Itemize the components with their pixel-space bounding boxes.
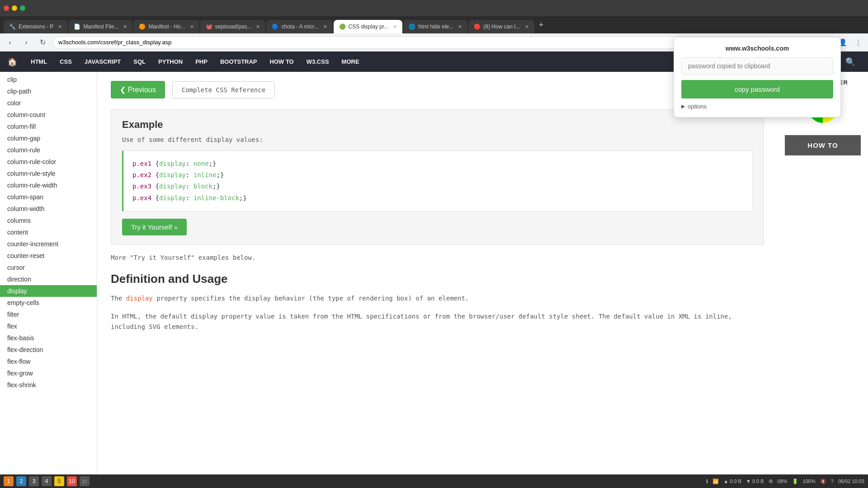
minimize-window-btn[interactable] xyxy=(12,5,17,11)
code-value: block xyxy=(193,183,212,190)
popup-site-label: www.w3schools.com xyxy=(681,45,833,52)
tab-manifest-ho[interactable]: 🟠 Manifest - Ho... ✕ xyxy=(133,20,199,33)
previous-button[interactable]: ❮ Previous xyxy=(111,81,165,99)
tab-html-hide[interactable]: 🌐 html hide ele... ✕ xyxy=(403,20,467,33)
nav-w3css[interactable]: W3.CSS xyxy=(300,52,335,72)
tab-label: Manifest - Ho... xyxy=(148,23,185,30)
tab-label: Extensions - P xyxy=(19,23,53,30)
tab-close-icon[interactable]: ✕ xyxy=(58,24,62,30)
nav-more[interactable]: MORE xyxy=(335,52,366,72)
tab-label: sepisoad/pas... xyxy=(215,23,252,30)
nav-python[interactable]: PYTHON xyxy=(152,52,189,72)
sidebar-item-filter[interactable]: filter xyxy=(0,309,97,320)
tab-close-icon[interactable]: ✕ xyxy=(123,24,127,30)
reload-button[interactable]: ↻ xyxy=(36,36,49,49)
tab-favicon: 🔧 xyxy=(9,23,16,30)
sidebar-item-direction[interactable]: direction xyxy=(0,273,97,285)
tab-css-display[interactable]: 🟢 CSS display pr... ✕ xyxy=(334,20,403,33)
tab-close-icon[interactable]: ✕ xyxy=(323,24,327,30)
code-line-1: p.ex1 {display: none;} xyxy=(132,158,743,169)
nav-bootstrap[interactable]: BOOTSTRAP xyxy=(214,52,264,72)
nav-css[interactable]: CSS xyxy=(53,52,78,72)
code-property: display xyxy=(159,194,186,202)
home-icon[interactable]: 🏠 xyxy=(7,57,17,67)
inline-code-display: display xyxy=(126,295,153,302)
tab-how-can[interactable]: 🔴 (8) How can I... ✕ xyxy=(468,20,534,33)
tab-close-icon[interactable]: ✕ xyxy=(190,24,194,30)
tab-close-icon[interactable]: ✕ xyxy=(525,24,529,30)
close-window-btn[interactable] xyxy=(4,5,9,11)
password-popup: www.w3schools.com copy password ▶ option… xyxy=(674,37,841,117)
code-line-3: p.ex3 {display: block;} xyxy=(132,181,743,192)
sidebar-item-flex-flow[interactable]: flex-flow xyxy=(0,356,97,367)
search-icon[interactable]: 🔍 xyxy=(840,57,861,67)
forward-button[interactable]: › xyxy=(20,36,33,49)
tab-chota[interactable]: 🔵 chota - A micr... ✕ xyxy=(266,20,332,33)
nav-php[interactable]: PHP xyxy=(189,52,214,72)
sidebar-item-flex-basis[interactable]: flex-basis xyxy=(0,332,97,344)
tab-close-icon[interactable]: ✕ xyxy=(393,24,397,30)
sidebar-item-column-count[interactable]: column-count xyxy=(0,109,97,121)
nav-javascript[interactable]: JAVASCRIPT xyxy=(78,52,127,72)
sidebar-item-column-rule[interactable]: column-rule xyxy=(0,144,97,156)
more-examples-text: More "Try it Yourself" examples below. xyxy=(111,254,764,261)
sidebar-item-column-gap[interactable]: column-gap xyxy=(0,132,97,144)
sidebar-item-column-rule-color[interactable]: column-rule-color xyxy=(0,156,97,168)
sidebar-item-columns[interactable]: columns xyxy=(0,215,97,226)
sidebar-item-clip[interactable]: clip xyxy=(0,74,97,85)
options-arrow-icon: ▶ xyxy=(681,103,685,109)
definition-para2: In HTML, the default display property va… xyxy=(111,311,764,333)
css-reference-button[interactable]: Complete CSS Reference xyxy=(172,81,275,99)
tab-favicon: 🔴 xyxy=(474,23,481,30)
copy-password-button[interactable]: copy password xyxy=(681,80,833,99)
tab-close-icon[interactable]: ✕ xyxy=(458,24,462,30)
definition-section: Definition and Usage The display propert… xyxy=(111,272,764,333)
tab-label: Manifest File... xyxy=(83,23,118,30)
sidebar-item-flex[interactable]: flex xyxy=(0,320,97,332)
tab-favicon: 🔵 xyxy=(272,23,278,30)
tab-manifest-file[interactable]: 📄 Manifest File... ✕ xyxy=(68,20,132,33)
sidebar-item-empty-cells[interactable]: empty-cells xyxy=(0,297,97,309)
password-input[interactable] xyxy=(681,57,833,75)
sidebar-item-color[interactable]: color xyxy=(0,97,97,109)
example-desc: Use of some different display values: xyxy=(122,136,753,143)
code-selector: p.ex4 xyxy=(132,194,151,202)
back-button[interactable]: ‹ xyxy=(4,36,16,49)
nav-html[interactable]: HTML xyxy=(24,52,53,72)
tab-close-icon[interactable]: ✕ xyxy=(256,24,260,30)
sidebar-item-clip-path[interactable]: clip-path xyxy=(0,85,97,97)
nav-buttons: ❮ Previous Complete CSS Reference xyxy=(111,81,764,99)
popup-options[interactable]: ▶ options xyxy=(681,103,833,110)
sidebar-item-display[interactable]: display xyxy=(0,285,97,297)
url-input[interactable] xyxy=(52,36,769,49)
sidebar-item-counter-reset[interactable]: counter-reset xyxy=(0,250,97,262)
sidebar-item-column-width[interactable]: column-width xyxy=(0,203,97,215)
tab-favicon: 🐙 xyxy=(206,23,212,30)
sidebar-item-column-span[interactable]: column-span xyxy=(0,191,97,203)
code-property: display xyxy=(159,160,186,167)
nav-sql[interactable]: SQL xyxy=(127,52,152,72)
try-it-yourself-button[interactable]: Try it Yourself » xyxy=(122,219,187,235)
new-tab-button[interactable]: + xyxy=(535,20,547,30)
sidebar-item-column-rule-style[interactable]: column-rule-style xyxy=(0,168,97,179)
definition-para1: The display property specifies the displ… xyxy=(111,293,764,304)
sidebar-item-column-rule-width[interactable]: column-rule-width xyxy=(0,179,97,191)
sidebar-item-counter-increment[interactable]: counter-increment xyxy=(0,238,97,250)
menu-icon[interactable]: ⋮ xyxy=(852,36,864,49)
page-layout: clip clip-path color column-count column… xyxy=(0,72,868,474)
sidebar-item-flex-direction[interactable]: flex-direction xyxy=(0,344,97,356)
sidebar-item-flex-grow[interactable]: flex-grow xyxy=(0,367,97,379)
sidebar-item-column-fill[interactable]: column-fill xyxy=(0,121,97,132)
nav-howto[interactable]: HOW TO xyxy=(264,52,300,72)
example-title: Example xyxy=(122,119,753,131)
main-content: ❮ Previous Complete CSS Reference Exampl… xyxy=(97,72,778,474)
tab-extensions[interactable]: 🔧 Extensions - P ✕ xyxy=(4,20,67,33)
sidebar-item-cursor[interactable]: cursor xyxy=(0,262,97,273)
sidebar-item-content[interactable]: content xyxy=(0,226,97,238)
tab-sepisoad[interactable]: 🐙 sepisoad/pas... ✕ xyxy=(200,20,266,33)
code-line-4: p.ex4 {display: inline-block;} xyxy=(132,192,743,204)
maximize-window-btn[interactable] xyxy=(20,5,25,11)
how-to-widget[interactable]: HOW TO xyxy=(785,135,861,155)
sidebar-item-flex-shrink[interactable]: flex-shrink xyxy=(0,379,97,391)
right-column: COLOR PICKER HOW TO xyxy=(778,72,868,474)
